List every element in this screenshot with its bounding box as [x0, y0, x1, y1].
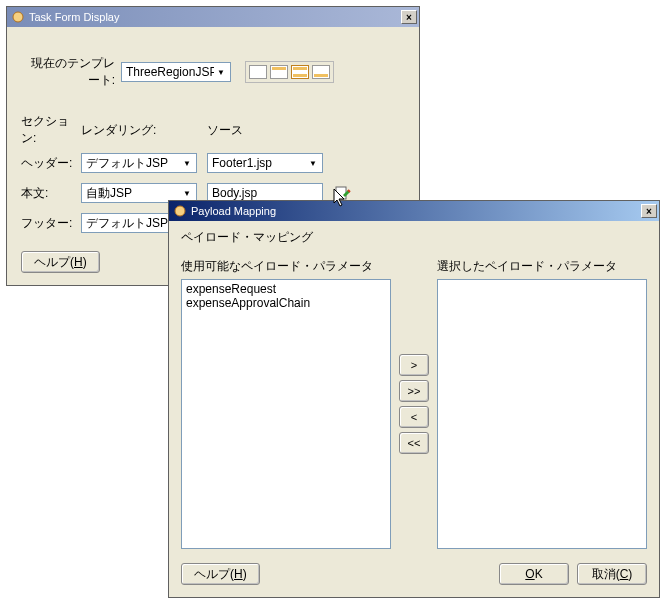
svg-rect-1	[336, 187, 346, 199]
close-icon[interactable]: ×	[641, 204, 657, 218]
help-button-accel: H	[234, 567, 243, 581]
chevron-down-icon: ▼	[214, 65, 228, 79]
list-item[interactable]: expenseRequest	[186, 282, 386, 296]
svg-point-2	[175, 206, 185, 216]
help-button-label: ヘルプ	[34, 254, 70, 271]
footer-row-label: フッター:	[21, 215, 81, 232]
payload-window: Payload Mapping × ペイロード・マッピング 使用可能なペイロード…	[168, 200, 660, 598]
template-icon-header-footer[interactable]	[291, 65, 309, 79]
move-all-left-button[interactable]: <<	[399, 432, 429, 454]
current-template-label: 現在のテンプレート:	[21, 55, 121, 89]
task-form-title: Task Form Display	[29, 11, 401, 23]
svg-point-0	[13, 12, 23, 22]
chevron-down-icon: ▼	[180, 156, 194, 170]
selected-label: 選択したペイロード・パラメータ	[437, 258, 647, 275]
header-rendering-value: デフォルトJSP	[86, 155, 180, 172]
cancel-button-accel: C	[620, 567, 629, 581]
section-column-header: セクション:	[21, 113, 81, 147]
body-row-label: 本文:	[21, 185, 81, 202]
ok-button-accel: O	[525, 567, 534, 581]
body-rendering-value: 自動JSP	[86, 185, 180, 202]
move-left-button[interactable]: <	[399, 406, 429, 428]
cancel-button-label: 取消	[592, 566, 616, 583]
move-all-right-button[interactable]: >>	[399, 380, 429, 402]
help-button-label: ヘルプ	[194, 566, 230, 583]
footer-rendering-value: デフォルトJSP	[86, 215, 180, 232]
header-source-select[interactable]: Footer1.jsp ▼	[207, 153, 323, 173]
list-item[interactable]: expenseApprovalChain	[186, 296, 386, 310]
chevron-down-icon: ▼	[180, 186, 194, 200]
rendering-column-header: レンダリング:	[81, 122, 207, 139]
chevron-down-icon: ▼	[306, 156, 320, 170]
ok-button[interactable]: OK	[499, 563, 569, 585]
template-icon-header[interactable]	[270, 65, 288, 79]
available-label: 使用可能なペイロード・パラメータ	[181, 258, 391, 275]
source-column-header: ソース	[207, 122, 243, 139]
help-button[interactable]: ヘルプ(H)	[181, 563, 260, 585]
header-row-label: ヘッダー:	[21, 155, 81, 172]
template-icon-blank[interactable]	[249, 65, 267, 79]
header-rendering-select[interactable]: デフォルトJSP ▼	[81, 153, 197, 173]
available-listbox[interactable]: expenseRequest expenseApprovalChain	[181, 279, 391, 549]
help-button-accel: H	[74, 255, 83, 269]
payload-title: Payload Mapping	[191, 205, 641, 217]
header-source-value: Footer1.jsp	[212, 156, 306, 170]
template-icon-footer[interactable]	[312, 65, 330, 79]
selected-listbox[interactable]	[437, 279, 647, 549]
payload-body: ペイロード・マッピング 使用可能なペイロード・パラメータ expenseRequ…	[169, 221, 659, 597]
cancel-button[interactable]: 取消(C)	[577, 563, 647, 585]
current-template-select[interactable]: ThreeRegionJSP ▼	[121, 62, 231, 82]
body-source-value: Body.jsp	[212, 186, 257, 200]
current-template-value: ThreeRegionJSP	[126, 65, 214, 79]
task-form-titlebar[interactable]: Task Form Display ×	[7, 7, 419, 27]
help-button[interactable]: ヘルプ(H)	[21, 251, 100, 273]
app-icon	[173, 204, 187, 218]
template-layout-picker[interactable]	[245, 61, 334, 83]
move-right-button[interactable]: >	[399, 354, 429, 376]
payload-titlebar[interactable]: Payload Mapping ×	[169, 201, 659, 221]
edit-source-icon[interactable]	[335, 185, 351, 201]
payload-subtitle: ペイロード・マッピング	[181, 229, 647, 246]
ok-button-label: K	[535, 567, 543, 581]
app-icon	[11, 10, 25, 24]
close-icon[interactable]: ×	[401, 10, 417, 24]
